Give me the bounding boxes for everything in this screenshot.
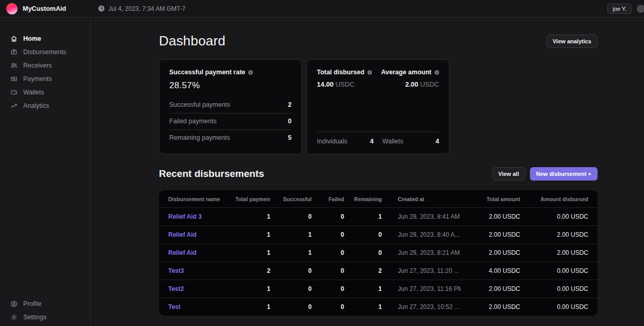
individuals-stat: Individuals 4 <box>317 138 374 145</box>
remaining-cell: 1 <box>344 303 382 311</box>
wallets-icon <box>10 89 18 96</box>
datetime-text: Jul 4, 2023, 7:34 AM GMT-7 <box>108 5 185 12</box>
info-icon[interactable]: i <box>367 70 372 75</box>
total-payments-cell: 1 <box>235 303 270 311</box>
created-at-cell: Jun 27, 2023, 10:52 ... <box>382 303 461 311</box>
sidebar-item-settings[interactable]: Settings <box>0 311 90 324</box>
failed-cell: 0 <box>312 231 344 238</box>
stat-label: Remaining payments <box>169 134 230 141</box>
remaining-cell: 2 <box>344 267 382 274</box>
info-icon[interactable]: i <box>434 70 439 75</box>
amount-disbursed-cell: 0.00 USDC <box>520 267 588 274</box>
column-header: Total payments <box>235 196 270 202</box>
disbursement-name-link[interactable]: Test <box>168 303 235 311</box>
successful-cell: 1 <box>270 249 312 256</box>
home-icon <box>10 35 18 42</box>
remaining-cell: 1 <box>344 213 382 220</box>
total-payments-cell: 1 <box>235 249 270 256</box>
sidebar-item-analytics[interactable]: Analytics <box>0 99 90 112</box>
disbursement-name-link[interactable]: Relief Aid <box>168 231 235 238</box>
created-at-cell: Jun 27, 2023, 11:20 ... <box>382 267 461 274</box>
sidebar-spacer <box>0 112 90 297</box>
amount-disbursed-cell: 2.00 USDC <box>520 249 588 256</box>
payments-icon <box>10 75 18 83</box>
amount-disbursed-cell: 2.00 USDC <box>520 231 588 238</box>
total-disbursed-card: Total disbursed i Average amount i 14.00… <box>307 59 449 154</box>
sidebar-item-label: Settings <box>23 314 46 321</box>
info-icon[interactable]: i <box>248 70 253 75</box>
sidebar-item-label: Profile <box>23 300 41 307</box>
table-row[interactable]: Relief Aid 3 1 0 0 1 Jun 29, 2023, 8:41 … <box>159 207 598 225</box>
table-header: Disbursement name Total payments Success… <box>159 190 598 207</box>
clock-icon <box>98 5 105 12</box>
payment-rate-value: 28.57% <box>169 80 292 91</box>
successful-cell: 1 <box>270 231 312 238</box>
created-at-cell: Jun 29, 2023, 8:21 AM <box>382 249 461 256</box>
remaining-cell: 0 <box>344 249 382 256</box>
successful-cell: 0 <box>270 267 312 274</box>
total-amount-cell: 2.00 USDC <box>461 303 520 311</box>
disbursement-name-link[interactable]: Test3 <box>168 267 235 274</box>
view-analytics-button[interactable]: View analytics <box>546 35 598 48</box>
card-title: Total disbursed <box>317 69 364 76</box>
total-amount-cell: 2.00 USDC <box>461 231 520 238</box>
total-payments-cell: 2 <box>235 267 270 274</box>
sidebar-item-disbursements[interactable]: Disbursements <box>0 45 90 59</box>
stat-row-successful: Successful payments 2 <box>169 97 292 113</box>
profile-icon <box>10 300 18 307</box>
column-header: Failed <box>312 196 344 202</box>
new-disbursement-button[interactable]: New disbursement + <box>530 167 598 181</box>
app-name: MyCustomAid <box>23 5 66 12</box>
created-at-cell: Jun 29, 2023, 8:40 A... <box>382 231 461 238</box>
column-header: Disbursement name <box>168 196 235 202</box>
view-all-button[interactable]: View all <box>492 167 525 181</box>
stat-value: 5 <box>288 134 292 141</box>
app-logo <box>6 3 18 14</box>
sidebar-item-label: Disbursements <box>23 48 66 56</box>
sidebar-item-wallets[interactable]: Wallets <box>0 86 90 99</box>
total-payments-cell: 1 <box>235 285 270 292</box>
stat-row-remaining: Remaining payments 5 <box>169 129 292 146</box>
failed-cell: 0 <box>312 213 344 220</box>
table-body: Relief Aid 3 1 0 0 1 Jun 29, 2023, 8:41 … <box>159 207 598 316</box>
amount-disbursed-cell: 0.00 USDC <box>520 213 588 220</box>
datetime-display: Jul 4, 2023, 7:34 AM GMT-7 <box>98 5 185 12</box>
stat-value: 2 <box>288 101 292 108</box>
settings-icon <box>10 314 18 321</box>
sidebar-item-label: Wallets <box>23 89 44 96</box>
column-header: Remaining <box>344 196 382 202</box>
successful-cell: 0 <box>270 285 312 292</box>
table-row[interactable]: Test3 2 0 0 2 Jun 27, 2023, 11:20 ... 4.… <box>159 262 598 280</box>
stat-value: 0 <box>288 118 292 125</box>
payment-rate-card: Successful payment rate i 28.57% Success… <box>159 59 302 154</box>
stat-row-failed: Failed payments 0 <box>169 113 292 129</box>
avatar[interactable] <box>637 5 644 13</box>
table-row[interactable]: Relief Aid 1 1 0 0 Jun 29, 2023, 8:21 AM… <box>159 243 598 262</box>
table-row[interactable]: Relief Aid 1 1 0 0 Jun 29, 2023, 8:40 A.… <box>159 225 598 243</box>
created-at-cell: Jun 29, 2023, 8:41 AM <box>382 213 461 220</box>
total-amount-cell: 2.00 USDC <box>461 249 520 256</box>
user-menu-button[interactable]: joe Y. <box>607 4 632 14</box>
disbursements-icon <box>10 48 18 56</box>
disbursement-name-link[interactable]: Test2 <box>168 285 235 292</box>
receivers-icon <box>10 62 18 69</box>
sidebar-item-label: Analytics <box>23 102 49 109</box>
table-row[interactable]: Test2 1 0 0 1 Jun 27, 2023, 11:16 PM 2.0… <box>159 280 598 298</box>
amount-disbursed-cell: 0.00 USDC <box>520 303 588 311</box>
failed-cell: 0 <box>312 267 344 274</box>
failed-cell: 0 <box>312 303 344 311</box>
sidebar-item-payments[interactable]: Payments <box>0 72 90 86</box>
disbursement-name-link[interactable]: Relief Aid 3 <box>168 213 235 220</box>
total-payments-cell: 1 <box>235 213 270 220</box>
sidebar-item-label: Home <box>23 35 41 42</box>
total-payments-cell: 1 <box>235 231 270 238</box>
sidebar-item-home[interactable]: Home <box>0 32 90 45</box>
main-content: Dashboard View analytics Successful paym… <box>91 18 644 326</box>
sidebar-item-receivers[interactable]: Receivers <box>0 59 90 72</box>
disbursement-name-link[interactable]: Relief Aid <box>168 249 235 256</box>
card-title: Successful payment rate <box>169 69 245 76</box>
sidebar-item-profile[interactable]: Profile <box>0 297 90 311</box>
analytics-icon <box>10 102 18 109</box>
remaining-cell: 0 <box>344 231 382 238</box>
table-row[interactable]: Test 1 0 0 1 Jun 27, 2023, 10:52 ... 2.0… <box>159 298 598 316</box>
